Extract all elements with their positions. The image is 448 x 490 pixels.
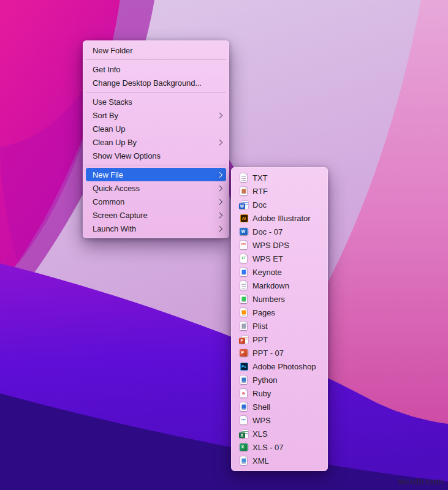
- page-shape: [240, 173, 247, 182]
- submenu-item-ruby[interactable]: rbRuby: [231, 386, 328, 400]
- page-fold-corner: [245, 389, 248, 391]
- pages-file-icon: [239, 307, 249, 317]
- submenu-item-label: Markdown: [252, 281, 289, 290]
- menu-item-screen-capture[interactable]: Screen Capture: [86, 208, 226, 222]
- chevron-right-icon: [216, 212, 222, 217]
- page-glyph: rb: [240, 391, 247, 394]
- submenu-item-python[interactable]: Python: [231, 373, 328, 386]
- chevron-right-icon: [216, 225, 222, 231]
- menu-item-clean-up-by[interactable]: Clean Up By: [86, 135, 226, 149]
- app-letter-tile: P: [240, 349, 248, 356]
- submenu-item-label: XML: [252, 456, 269, 466]
- menu-item-label: New Folder: [93, 46, 132, 55]
- submenu-item-xls[interactable]: XXLS: [231, 427, 328, 440]
- pptx-file-icon: P: [239, 348, 249, 358]
- submenu-item-wps-dps[interactable]: DPSWPS DPS: [231, 238, 328, 252]
- shell-file-icon: [239, 402, 249, 412]
- menu-item-use-stacks[interactable]: Use Stacks: [86, 95, 226, 108]
- chevron-right-icon: [216, 185, 222, 190]
- wps-file-icon: wps: [239, 415, 249, 425]
- menu-item-launch-with[interactable]: Launch With: [86, 222, 226, 235]
- xml-file-icon: [239, 456, 249, 466]
- menu-item-label: Quick Access: [93, 184, 140, 193]
- page-text-lines: [241, 176, 246, 181]
- menu-item-get-info[interactable]: Get Info: [86, 62, 226, 76]
- page-shape: rb: [240, 389, 247, 398]
- submenu-item-label: XLS: [252, 429, 268, 439]
- word-docx-icon: W: [239, 227, 249, 236]
- new-file-submenu: TXTRTFWDocAiAdobe IllustratorWDoc - 07DP…: [231, 167, 328, 471]
- plist-file-icon: [239, 321, 249, 331]
- menu-item-quick-access[interactable]: Quick Access: [86, 181, 226, 195]
- menu-item-label: Sort By: [93, 111, 118, 120]
- submenu-item-wps-et[interactable]: ETWPS ET: [231, 252, 328, 265]
- wps-et-file-icon: ET: [239, 254, 249, 263]
- submenu-item-label: Numbers: [252, 295, 285, 304]
- page-shape: ET: [240, 254, 247, 263]
- page-emblem: [241, 459, 246, 463]
- submenu-item-label: WPS: [252, 416, 271, 425]
- menu-item-common[interactable]: Common: [86, 195, 226, 208]
- menu-item-change-desktop-background[interactable]: Change Desktop Background...: [86, 76, 226, 89]
- menu-item-new-file[interactable]: New File: [86, 168, 226, 181]
- menu-item-show-view-options[interactable]: Show View Options: [86, 149, 226, 162]
- submenu-item-label: XLS - 07: [252, 443, 284, 452]
- menu-item-clean-up[interactable]: Clean Up: [86, 122, 226, 135]
- rtf-file-icon: [239, 186, 249, 196]
- page-glyph: DPS: [240, 244, 247, 246]
- ruby-file-icon: rb: [239, 388, 249, 398]
- page-shape: [240, 402, 247, 411]
- submenu-item-plist[interactable]: Plist: [231, 319, 328, 333]
- page-shape: [240, 268, 247, 276]
- menu-item-label: Launch With: [93, 224, 136, 233]
- submenu-item-doc[interactable]: WDoc: [231, 198, 328, 211]
- submenu-item-pages[interactable]: Pages: [231, 306, 328, 319]
- submenu-item-label: Doc - 07: [252, 227, 283, 236]
- txt-file-icon: [239, 173, 249, 183]
- adobe-illustrator-icon: Ai: [239, 213, 249, 223]
- submenu-item-txt[interactable]: TXT: [231, 171, 328, 184]
- submenu-item-label: Plist: [252, 322, 268, 331]
- menu-item-label: Common: [93, 197, 124, 206]
- submenu-item-adobe-illustrator[interactable]: AiAdobe Illustrator: [231, 211, 328, 225]
- menu-item-new-folder[interactable]: New Folder: [86, 43, 226, 57]
- submenu-item-rtf[interactable]: RTF: [231, 184, 328, 198]
- menu-item-label: Clean Up: [93, 124, 125, 134]
- submenu-item-xml[interactable]: XML: [231, 454, 328, 467]
- submenu-item-doc-07[interactable]: WDoc - 07: [231, 225, 328, 238]
- submenu-item-wps[interactable]: wpsWPS: [231, 413, 328, 427]
- app-letter-badge: X: [239, 432, 245, 439]
- menu-item-sort-by[interactable]: Sort By: [86, 108, 226, 122]
- submenu-item-ppt-07[interactable]: PPPT - 07: [231, 346, 328, 360]
- word-doc-icon: W: [239, 200, 249, 209]
- submenu-item-numbers[interactable]: Numbers: [231, 292, 328, 306]
- submenu-item-xls-07[interactable]: XXLS - 07: [231, 440, 328, 454]
- menu-item-label: Use Stacks: [93, 97, 132, 107]
- page-shape: [240, 322, 247, 330]
- page-emblem: [241, 297, 246, 301]
- watermark: wsxdn.com: [398, 477, 444, 486]
- page-text-lines: [241, 284, 246, 288]
- submenu-item-shell[interactable]: Shell: [231, 400, 328, 413]
- submenu-item-label: RTF: [252, 187, 268, 196]
- app-tile: Ai: [240, 214, 248, 222]
- submenu-item-ppt[interactable]: PPPT: [231, 333, 328, 346]
- page-shape: [240, 187, 247, 195]
- chevron-right-icon: [216, 112, 222, 118]
- submenu-item-label: Ruby: [252, 389, 271, 398]
- submenu-item-label: Keynote: [252, 268, 282, 277]
- xls-file-icon: X: [239, 429, 249, 439]
- submenu-item-markdown[interactable]: Markdown: [231, 279, 328, 292]
- menu-item-label: Change Desktop Background...: [93, 78, 202, 88]
- python-file-icon: [239, 375, 249, 385]
- submenu-item-keynote[interactable]: Keynote: [231, 265, 328, 279]
- submenu-item-adobe-photoshop[interactable]: PsAdobe Photoshop: [231, 360, 328, 373]
- app-tile: Ps: [240, 363, 248, 371]
- page-emblem: [241, 405, 246, 409]
- menu-separator: [86, 92, 226, 92]
- menu-item-label: Screen Capture: [93, 211, 148, 220]
- submenu-item-label: Pages: [252, 308, 275, 317]
- app-letter-tile: W: [240, 228, 248, 235]
- menu-separator: [86, 59, 226, 60]
- submenu-item-label: TXT: [252, 173, 268, 183]
